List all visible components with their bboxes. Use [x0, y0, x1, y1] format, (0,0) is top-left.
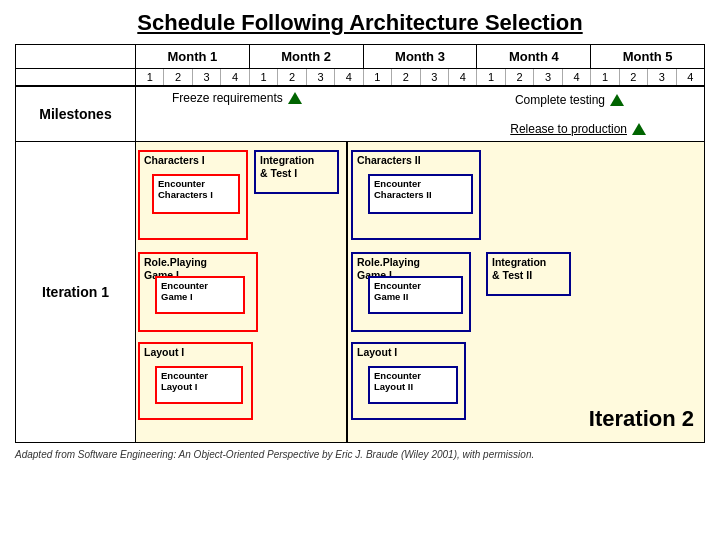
encounter-chars-1-label: EncounterCharacters I [158, 178, 213, 200]
characters-1-box: Characters I EncounterCharacters I [138, 150, 248, 240]
w6: 2 [278, 69, 306, 85]
month-cells: Month 1 Month 2 Month 3 Month 4 Month 5 [136, 45, 704, 68]
w13: 1 [477, 69, 505, 85]
encounter-game-2-box: EncounterGame II [368, 276, 463, 314]
roleplaying-2-box: Role.PlayingGame I EncounterGame II [351, 252, 471, 332]
characters-2-box: Characters II EncounterCharacters II [351, 150, 481, 240]
encounter-chars-1-box: EncounterCharacters I [152, 174, 240, 214]
roleplaying-1-box: Role.PlayingGame I EncounterGame I [138, 252, 258, 332]
header-label-cell [16, 45, 136, 68]
month-3: Month 3 [364, 45, 478, 68]
page-title: Schedule Following Architecture Selectio… [15, 10, 705, 36]
release-triangle-icon [632, 123, 646, 135]
integration-test-2-label: Integration& Test II [492, 256, 546, 281]
layout-2-box: Layout I EncounterLayout II [351, 342, 466, 420]
w1: 1 [136, 69, 164, 85]
encounter-layout-2-box: EncounterLayout II [368, 366, 458, 404]
w5: 1 [250, 69, 278, 85]
integration-test-2-box: Integration& Test II [486, 252, 571, 296]
week-label-cell [16, 69, 136, 85]
footer-text: Adapted from Software Engineering: An Ob… [15, 449, 705, 460]
iteration-label: Iteration 1 [16, 142, 136, 442]
w8: 4 [335, 69, 363, 85]
encounter-chars-2-label: EncounterCharacters II [374, 178, 432, 200]
release-text: Release to production [510, 122, 627, 136]
w14: 2 [506, 69, 534, 85]
milestone-content: Freeze requirements Complete testing Rel… [136, 87, 704, 141]
encounter-layout-1-label: EncounterLayout I [161, 370, 208, 392]
iteration-content: Characters I EncounterCharacters I Integ… [136, 142, 704, 442]
integration-test-1-label: Integration& Test I [260, 154, 314, 179]
w3: 3 [193, 69, 221, 85]
layout-2-label: Layout I [357, 346, 397, 358]
iteration-divider [346, 142, 348, 442]
layout-1-label: Layout I [144, 346, 184, 358]
month-4: Month 4 [477, 45, 591, 68]
characters-1-label: Characters I [144, 154, 205, 166]
w4: 4 [221, 69, 249, 85]
month-header-row: Month 1 Month 2 Month 3 Month 4 Month 5 [16, 45, 704, 69]
encounter-game-1-label: EncounterGame I [161, 280, 208, 302]
iteration-row: Iteration 1 Characters I EncounterCharac… [16, 142, 704, 442]
month-2: Month 2 [250, 45, 364, 68]
encounter-game-2-label: EncounterGame II [374, 280, 421, 302]
w19: 3 [648, 69, 676, 85]
w10: 2 [392, 69, 420, 85]
w15: 3 [534, 69, 562, 85]
characters-2-label: Characters II [357, 154, 421, 166]
w17: 1 [591, 69, 619, 85]
milestone-complete: Complete testing [515, 93, 624, 107]
encounter-game-1-box: EncounterGame I [155, 276, 245, 314]
freeze-triangle-icon [288, 92, 302, 104]
w20: 4 [677, 69, 704, 85]
w16: 4 [563, 69, 591, 85]
integration-test-1-box: Integration& Test I [254, 150, 339, 194]
w12: 4 [449, 69, 477, 85]
w9: 1 [364, 69, 392, 85]
encounter-chars-2-box: EncounterCharacters II [368, 174, 473, 214]
month-1: Month 1 [136, 45, 250, 68]
encounter-layout-2-label: EncounterLayout II [374, 370, 421, 392]
encounter-layout-1-box: EncounterLayout I [155, 366, 243, 404]
milestone-row: Milestones Freeze requirements Complete … [16, 87, 704, 142]
freeze-text: Freeze requirements [172, 91, 283, 105]
milestone-label: Milestones [16, 87, 136, 141]
month-5: Month 5 [591, 45, 704, 68]
milestone-release: Release to production [510, 122, 646, 136]
w18: 2 [620, 69, 648, 85]
w7: 3 [307, 69, 335, 85]
layout-1-box: Layout I EncounterLayout I [138, 342, 253, 420]
complete-triangle-icon [610, 94, 624, 106]
week-numbers: 1 2 3 4 1 2 3 4 1 2 3 4 1 2 3 4 1 2 3 4 [136, 69, 704, 85]
complete-text: Complete testing [515, 93, 605, 107]
iteration-2-label: Iteration 2 [589, 406, 694, 432]
w2: 2 [164, 69, 192, 85]
schedule-grid: Month 1 Month 2 Month 3 Month 4 Month 5 … [15, 44, 705, 443]
week-header-row: 1 2 3 4 1 2 3 4 1 2 3 4 1 2 3 4 1 2 3 4 [16, 69, 704, 87]
w11: 3 [421, 69, 449, 85]
